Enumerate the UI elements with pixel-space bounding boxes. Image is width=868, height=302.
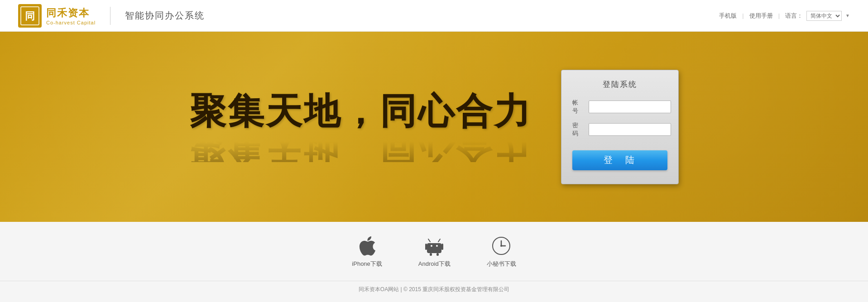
- password-label: 密 码: [572, 121, 589, 138]
- svg-point-7: [436, 245, 438, 247]
- booklet-download[interactable]: 小秘书下载: [487, 235, 516, 268]
- booklet-icon-wrap: [491, 235, 512, 256]
- logo-name: 同禾资本: [46, 6, 96, 20]
- android-icon: [425, 236, 443, 256]
- svg-line-5: [438, 239, 440, 242]
- login-button[interactable]: 登 陆: [572, 150, 667, 170]
- footer-text: 同禾资本OA网站 | © 2015 重庆同禾股权投资基金管理有限公司: [359, 286, 509, 292]
- svg-point-15: [500, 245, 502, 247]
- android-label: Android下载: [418, 260, 451, 268]
- iphone-download[interactable]: iPhone下载: [352, 235, 382, 268]
- svg-line-4: [428, 239, 430, 242]
- android-download[interactable]: Android下载: [418, 235, 451, 268]
- system-title: 智能协同办公系统: [125, 10, 205, 22]
- apple-icon: [359, 236, 376, 256]
- slogan-main: 聚集天地，同心合力: [190, 91, 532, 131]
- logo-text: 同禾资本 Co-harvest Capital: [46, 6, 96, 25]
- footer: 同禾资本OA网站 | © 2015 重庆同禾股权投资基金管理有限公司: [0, 281, 868, 302]
- password-row: 密 码: [572, 121, 667, 138]
- hero-section: 聚集天地，同心合力 聚集天地，同心合力 登陆系统 帐 号 密 码 登 陆: [0, 32, 868, 222]
- download-icons: iPhone下载: [352, 235, 516, 268]
- android-icon-wrap: [424, 235, 445, 256]
- svg-rect-9: [436, 253, 439, 256]
- slogan-reflection: 聚集天地，同心合力: [190, 133, 532, 162]
- svg-rect-3: [427, 243, 441, 253]
- account-label: 帐 号: [572, 99, 589, 115]
- apple-icon-wrap: [357, 235, 378, 256]
- account-row: 帐 号: [572, 99, 667, 115]
- download-section: iPhone下载: [0, 222, 868, 281]
- svg-text:同: 同: [25, 10, 35, 22]
- booklet-icon: [492, 236, 511, 255]
- manual-link[interactable]: 使用手册: [749, 12, 773, 20]
- password-input[interactable]: [589, 123, 671, 136]
- hero-content: 聚集天地，同心合力 聚集天地，同心合力 登陆系统 帐 号 密 码 登 陆: [163, 70, 706, 184]
- header-left: 同 同禾资本 Co-harvest Capital 智能协同办公系统: [18, 4, 205, 28]
- svg-rect-11: [441, 244, 443, 250]
- mobile-link[interactable]: 手机版: [719, 12, 737, 20]
- svg-rect-8: [430, 253, 432, 256]
- header-nav: 手机版 | 使用手册 | 语言： 简体中文 English ▼: [719, 11, 850, 21]
- svg-rect-10: [425, 244, 427, 250]
- iphone-label: iPhone下载: [352, 260, 382, 268]
- header: 同 同禾资本 Co-harvest Capital 智能协同办公系统 手机版 |…: [0, 0, 868, 32]
- lang-label: 语言：: [785, 12, 803, 20]
- logo: 同 同禾资本 Co-harvest Capital: [18, 4, 96, 28]
- lang-select[interactable]: 简体中文 English: [806, 11, 842, 21]
- account-input[interactable]: [589, 101, 671, 113]
- svg-point-6: [431, 245, 432, 247]
- login-title: 登陆系统: [572, 79, 667, 90]
- booklet-label: 小秘书下载: [487, 260, 516, 268]
- logo-sub: Co-harvest Capital: [46, 20, 96, 25]
- header-divider: [110, 7, 110, 25]
- logo-icon: 同: [18, 4, 42, 28]
- login-panel: 登陆系统 帐 号 密 码 登 陆: [561, 70, 679, 184]
- lang-arrow: ▼: [845, 13, 850, 18]
- hero-slogan: 聚集天地，同心合力 聚集天地，同心合力: [190, 91, 532, 162]
